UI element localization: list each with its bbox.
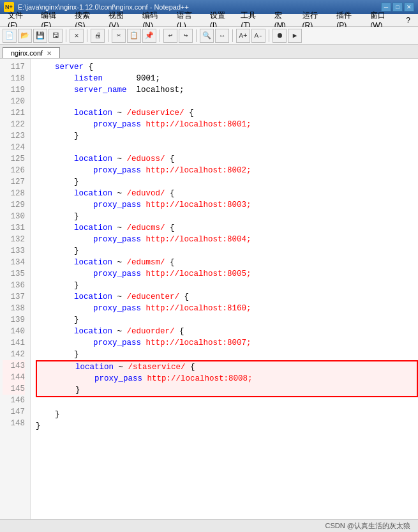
- status-text: CSDN @认真生活的灰太狼: [325, 521, 410, 531]
- line-number: 138: [3, 303, 25, 314]
- close-button[interactable]: ✕: [404, 3, 414, 11]
- code-line: }: [36, 211, 418, 222]
- toolbar-sep-4: [160, 29, 160, 42]
- status-bar: CSDN @认真生活的灰太狼: [0, 519, 418, 532]
- cut-button[interactable]: ✂: [112, 29, 126, 43]
- tab-close-icon[interactable]: ✕: [47, 50, 52, 57]
- code-line: listen 9001;: [36, 73, 418, 84]
- line-number: 133: [3, 245, 25, 257]
- line-number: 127: [3, 176, 25, 188]
- code-line: [36, 397, 418, 409]
- menu-item[interactable]: ?: [401, 15, 415, 26]
- code-line: proxy_pass http://localhost:8003;: [36, 199, 418, 211]
- line-number: 147: [3, 406, 25, 418]
- code-line: [36, 142, 418, 153]
- line-number: 132: [3, 234, 25, 245]
- code-line: }: [36, 176, 418, 188]
- code-line: location ~ /eduorder/ {: [36, 326, 418, 337]
- tab-nginx-conf[interactable]: nginx.conf ✕: [3, 47, 60, 58]
- code-line: }: [36, 280, 418, 291]
- run-macro-button[interactable]: ▶: [288, 29, 302, 43]
- code-line: }: [36, 245, 418, 257]
- code-line: proxy_pass http://localhost:8160;: [36, 303, 418, 314]
- line-number: 140: [3, 326, 25, 337]
- find-button[interactable]: 🔍: [200, 29, 214, 43]
- line-number: 124: [3, 142, 25, 153]
- code-line: location ~ /edumsm/ {: [36, 257, 418, 268]
- zoom-in-button[interactable]: A+: [236, 29, 250, 43]
- line-number: 136: [3, 280, 25, 291]
- line-number: 129: [3, 199, 25, 211]
- line-number: 139: [3, 314, 25, 326]
- line-number: 144: [3, 372, 25, 383]
- line-number: 118: [3, 73, 25, 84]
- save-button[interactable]: 💾: [33, 29, 47, 43]
- code-line: }: [36, 349, 418, 360]
- code-line: }: [36, 409, 418, 420]
- line-number: 142: [3, 349, 25, 360]
- redo-button[interactable]: ↪: [179, 29, 193, 43]
- code-line: location ~ /eduoss/ {: [36, 153, 418, 165]
- toolbar-sep-6: [232, 29, 233, 42]
- code-line: }: [36, 130, 418, 142]
- line-number: 135: [3, 268, 25, 280]
- line-number: 123: [3, 130, 25, 142]
- open-button[interactable]: 📂: [18, 29, 32, 43]
- toolbar: 📄 📂 💾 🖫 ✕ 🖨 ✂ 📋 📌 ↩ ↪ 🔍 ↔ A+ A- ⏺ ▶: [0, 27, 418, 45]
- line-number: 145: [3, 383, 25, 395]
- toolbar-sep-7: [269, 29, 269, 42]
- line-number: 121: [3, 107, 25, 119]
- code-line: location ~ /educms/ {: [36, 222, 418, 234]
- new-button[interactable]: 📄: [3, 29, 17, 43]
- print-button[interactable]: 🖨: [91, 29, 105, 43]
- close-doc-button[interactable]: ✕: [70, 29, 84, 43]
- line-number: 125: [3, 153, 25, 165]
- line-number: 141: [3, 337, 25, 349]
- line-number: 146: [3, 395, 25, 406]
- zoom-out-button[interactable]: A-: [251, 29, 265, 43]
- line-number: 119: [3, 84, 25, 96]
- code-line: proxy_pass http://localhost:8004;: [36, 234, 418, 245]
- tab-label: nginx.conf: [11, 49, 43, 57]
- code-line: }: [37, 384, 417, 396]
- code-line: proxy_pass http://localhost:8008;: [37, 373, 417, 384]
- code-line: proxy_pass http://localhost:8001;: [36, 119, 418, 130]
- toolbar-sep-3: [108, 29, 108, 42]
- paste-button[interactable]: 📌: [142, 29, 156, 43]
- line-number: 148: [3, 418, 25, 429]
- highlighted-block: location ~ /staservice/ { proxy_pass htt…: [36, 360, 418, 397]
- line-number: 134: [3, 257, 25, 268]
- code-line: proxy_pass http://localhost:8007;: [36, 337, 418, 349]
- code-line: server {: [36, 61, 418, 73]
- tab-bar: nginx.conf ✕: [0, 45, 418, 59]
- undo-button[interactable]: ↩: [163, 29, 177, 43]
- line-number: 131: [3, 222, 25, 234]
- code-line: server_name localhost;: [36, 84, 418, 96]
- line-number: 122: [3, 119, 25, 130]
- code-line: location ~ /staservice/ {: [37, 361, 417, 373]
- code-line: proxy_pass http://localhost:8002;: [36, 165, 418, 176]
- line-number: 128: [3, 188, 25, 199]
- code-content[interactable]: server { listen 9001; server_name localh…: [31, 59, 418, 519]
- code-line: location ~ /educenter/ {: [36, 291, 418, 303]
- copy-button[interactable]: 📋: [127, 29, 141, 43]
- line-number: 137: [3, 291, 25, 303]
- code-line: location ~ /eduvod/ {: [36, 188, 418, 199]
- line-number: 120: [3, 96, 25, 107]
- code-line: }: [36, 314, 418, 326]
- code-line: location ~ /eduservice/ {: [36, 107, 418, 119]
- main-window: N+ E:\java\nginx\nginx-1.12.0\conf\nginx…: [0, 0, 418, 532]
- code-line: [36, 96, 418, 107]
- toolbar-sep-2: [87, 29, 87, 42]
- macro-button[interactable]: ⏺: [272, 29, 287, 43]
- replace-button[interactable]: ↔: [215, 29, 229, 43]
- line-number: 143: [3, 360, 25, 372]
- code-area: 1171181191201211221231241251261271281291…: [0, 59, 418, 519]
- menu-bar: 文件(F)编辑(E)搜索(S)视图(V)编码(N)语言(L)设置(I)工具(T)…: [0, 14, 418, 27]
- save-all-button[interactable]: 🖫: [49, 29, 63, 43]
- code-line: }: [36, 420, 418, 432]
- code-line: proxy_pass http://localhost:8005;: [36, 268, 418, 280]
- toolbar-sep-1: [66, 29, 66, 42]
- line-number: 126: [3, 165, 25, 176]
- line-numbers: 1171181191201211221231241251261271281291…: [0, 59, 31, 519]
